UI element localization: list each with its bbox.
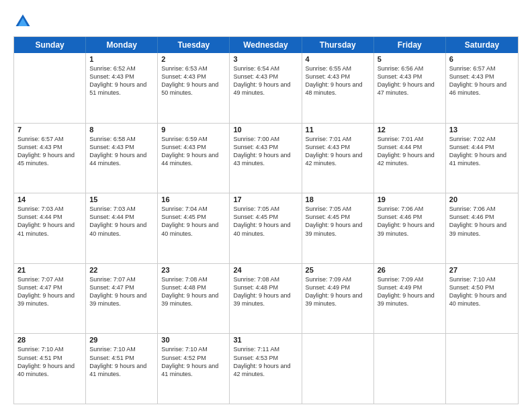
cal-cell: 30Sunrise: 7:10 AM Sunset: 4:52 PM Dayli… (158, 334, 230, 404)
cal-cell (374, 334, 446, 404)
cell-info: Sunrise: 6:58 AM Sunset: 4:43 PM Dayligh… (89, 135, 154, 168)
day-number: 18 (306, 195, 370, 203)
day-number: 16 (161, 195, 226, 203)
cal-cell: 25Sunrise: 7:09 AM Sunset: 4:49 PM Dayli… (302, 264, 374, 334)
cell-info: Sunrise: 7:06 AM Sunset: 4:46 PM Dayligh… (449, 205, 515, 238)
cal-cell: 12Sunrise: 7:01 AM Sunset: 4:44 PM Dayli… (374, 124, 446, 193)
cell-info: Sunrise: 7:02 AM Sunset: 4:44 PM Dayligh… (449, 135, 515, 168)
week-row-3: 21Sunrise: 7:07 AM Sunset: 4:47 PM Dayli… (14, 264, 518, 334)
logo (13, 12, 35, 31)
cal-cell: 8Sunrise: 6:58 AM Sunset: 4:43 PM Daylig… (86, 124, 158, 193)
week-row-2: 14Sunrise: 7:03 AM Sunset: 4:44 PM Dayli… (14, 193, 518, 264)
day-header-wednesday: Wednesday (230, 37, 302, 53)
cal-cell: 2Sunrise: 6:53 AM Sunset: 4:43 PM Daylig… (158, 53, 230, 123)
cell-info: Sunrise: 7:09 AM Sunset: 4:49 PM Dayligh… (378, 275, 442, 308)
cell-info: Sunrise: 6:57 AM Sunset: 4:43 PM Dayligh… (17, 135, 82, 168)
day-number: 22 (89, 266, 154, 274)
day-number: 26 (378, 266, 442, 274)
cell-info: Sunrise: 7:08 AM Sunset: 4:48 PM Dayligh… (233, 275, 298, 308)
cal-cell: 10Sunrise: 7:00 AM Sunset: 4:43 PM Dayli… (230, 124, 302, 193)
cal-cell: 17Sunrise: 7:05 AM Sunset: 4:45 PM Dayli… (230, 193, 302, 263)
cell-info: Sunrise: 7:10 AM Sunset: 4:52 PM Dayligh… (161, 345, 226, 378)
cell-info: Sunrise: 7:10 AM Sunset: 4:51 PM Dayligh… (17, 345, 82, 378)
cal-cell: 1Sunrise: 6:52 AM Sunset: 4:43 PM Daylig… (86, 53, 158, 123)
cell-info: Sunrise: 7:04 AM Sunset: 4:45 PM Dayligh… (161, 205, 226, 238)
day-number: 23 (161, 266, 226, 274)
cell-info: Sunrise: 7:10 AM Sunset: 4:51 PM Dayligh… (89, 345, 154, 378)
cell-info: Sunrise: 7:03 AM Sunset: 4:44 PM Dayligh… (89, 205, 154, 238)
cal-cell: 20Sunrise: 7:06 AM Sunset: 4:46 PM Dayli… (446, 193, 518, 263)
cal-cell: 27Sunrise: 7:10 AM Sunset: 4:50 PM Dayli… (446, 264, 518, 334)
day-number: 8 (89, 126, 154, 134)
day-number: 30 (161, 336, 226, 344)
logo-icon (13, 12, 32, 31)
cell-info: Sunrise: 7:11 AM Sunset: 4:53 PM Dayligh… (233, 345, 298, 378)
cal-cell: 29Sunrise: 7:10 AM Sunset: 4:51 PM Dayli… (86, 334, 158, 404)
cell-info: Sunrise: 7:06 AM Sunset: 4:46 PM Dayligh… (378, 205, 442, 238)
day-number: 5 (378, 55, 442, 63)
cal-cell: 16Sunrise: 7:04 AM Sunset: 4:45 PM Dayli… (158, 193, 230, 263)
day-number: 13 (449, 126, 515, 134)
cell-info: Sunrise: 7:00 AM Sunset: 4:43 PM Dayligh… (233, 135, 298, 168)
day-number: 31 (233, 336, 298, 344)
cal-cell: 9Sunrise: 6:59 AM Sunset: 4:43 PM Daylig… (158, 124, 230, 193)
day-header-monday: Monday (86, 37, 158, 53)
cell-info: Sunrise: 7:09 AM Sunset: 4:49 PM Dayligh… (306, 275, 370, 308)
cal-cell (14, 53, 86, 123)
header (13, 12, 519, 31)
day-number: 27 (449, 266, 515, 274)
cal-cell: 23Sunrise: 7:08 AM Sunset: 4:48 PM Dayli… (158, 264, 230, 334)
day-number: 28 (17, 336, 82, 344)
cal-cell: 15Sunrise: 7:03 AM Sunset: 4:44 PM Dayli… (86, 193, 158, 263)
cal-cell: 24Sunrise: 7:08 AM Sunset: 4:48 PM Dayli… (230, 264, 302, 334)
day-header-sunday: Sunday (14, 37, 86, 53)
day-number: 12 (378, 126, 442, 134)
cal-cell: 28Sunrise: 7:10 AM Sunset: 4:51 PM Dayli… (14, 334, 86, 404)
page: SundayMondayTuesdayWednesdayThursdayFrid… (0, 0, 532, 411)
day-number: 29 (89, 336, 154, 344)
day-number: 1 (89, 55, 154, 63)
cell-info: Sunrise: 6:59 AM Sunset: 4:43 PM Dayligh… (161, 135, 226, 168)
day-number: 19 (378, 195, 442, 203)
day-number: 11 (306, 126, 370, 134)
day-number: 17 (233, 195, 298, 203)
cell-info: Sunrise: 7:07 AM Sunset: 4:47 PM Dayligh… (17, 275, 82, 308)
cell-info: Sunrise: 6:55 AM Sunset: 4:43 PM Dayligh… (306, 64, 370, 97)
day-number: 4 (306, 55, 370, 63)
cell-info: Sunrise: 6:53 AM Sunset: 4:43 PM Dayligh… (161, 64, 226, 97)
cal-cell: 13Sunrise: 7:02 AM Sunset: 4:44 PM Dayli… (446, 124, 518, 193)
day-number: 14 (17, 195, 82, 203)
cal-cell: 26Sunrise: 7:09 AM Sunset: 4:49 PM Dayli… (374, 264, 446, 334)
day-header-tuesday: Tuesday (158, 37, 230, 53)
calendar-header: SundayMondayTuesdayWednesdayThursdayFrid… (14, 37, 518, 53)
cell-info: Sunrise: 6:52 AM Sunset: 4:43 PM Dayligh… (89, 64, 154, 97)
day-number: 6 (449, 55, 515, 63)
day-number: 20 (449, 195, 515, 203)
day-header-thursday: Thursday (302, 37, 374, 53)
cell-info: Sunrise: 7:05 AM Sunset: 4:45 PM Dayligh… (306, 205, 370, 238)
week-row-1: 7Sunrise: 6:57 AM Sunset: 4:43 PM Daylig… (14, 124, 518, 194)
cal-cell: 11Sunrise: 7:01 AM Sunset: 4:43 PM Dayli… (302, 124, 374, 193)
calendar: SundayMondayTuesdayWednesdayThursdayFrid… (13, 36, 519, 404)
day-number: 15 (89, 195, 154, 203)
cell-info: Sunrise: 7:07 AM Sunset: 4:47 PM Dayligh… (89, 275, 154, 308)
cell-info: Sunrise: 6:56 AM Sunset: 4:43 PM Dayligh… (378, 64, 442, 97)
cal-cell: 4Sunrise: 6:55 AM Sunset: 4:43 PM Daylig… (302, 53, 374, 123)
day-number: 3 (233, 55, 298, 63)
cal-cell: 18Sunrise: 7:05 AM Sunset: 4:45 PM Dayli… (302, 193, 374, 263)
day-number: 25 (306, 266, 370, 274)
cell-info: Sunrise: 7:03 AM Sunset: 4:44 PM Dayligh… (17, 205, 82, 238)
cell-info: Sunrise: 7:01 AM Sunset: 4:43 PM Dayligh… (306, 135, 370, 168)
cell-info: Sunrise: 7:10 AM Sunset: 4:50 PM Dayligh… (449, 275, 515, 308)
cal-cell: 5Sunrise: 6:56 AM Sunset: 4:43 PM Daylig… (374, 53, 446, 123)
cell-info: Sunrise: 6:57 AM Sunset: 4:43 PM Dayligh… (449, 64, 515, 97)
day-header-saturday: Saturday (446, 37, 518, 53)
cell-info: Sunrise: 7:05 AM Sunset: 4:45 PM Dayligh… (233, 205, 298, 238)
day-number: 2 (161, 55, 226, 63)
cell-info: Sunrise: 7:01 AM Sunset: 4:44 PM Dayligh… (378, 135, 442, 168)
day-number: 10 (233, 126, 298, 134)
cell-info: Sunrise: 7:08 AM Sunset: 4:48 PM Dayligh… (161, 275, 226, 308)
week-row-0: 1Sunrise: 6:52 AM Sunset: 4:43 PM Daylig… (14, 53, 518, 124)
cal-cell: 22Sunrise: 7:07 AM Sunset: 4:47 PM Dayli… (86, 264, 158, 334)
cell-info: Sunrise: 6:54 AM Sunset: 4:43 PM Dayligh… (233, 64, 298, 97)
